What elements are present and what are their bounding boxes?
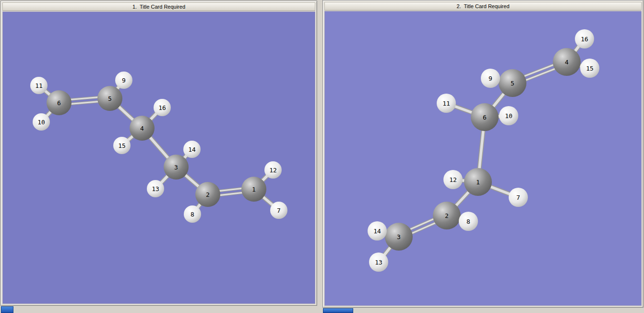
atom-label: 6 <box>483 114 487 120</box>
atom-label: 4 <box>565 59 569 65</box>
background-window-titlebar-fragment-2[interactable] <box>323 308 353 313</box>
atom-H7[interactable]: 7 <box>509 188 528 207</box>
atom-H13[interactable]: 13 <box>369 253 388 272</box>
atom-label: 2 <box>206 192 210 198</box>
atom-C2[interactable]: 2 <box>195 182 220 207</box>
desktop: { "desktop": { "background": "#d6d2ca" }… <box>0 0 644 313</box>
atom-C5[interactable]: 5 <box>97 86 122 111</box>
atom-H7[interactable]: 7 <box>270 202 287 219</box>
atom-label: 12 <box>269 167 277 173</box>
atom-H10[interactable]: 10 <box>499 106 518 125</box>
atom-C1[interactable]: 1 <box>464 168 492 196</box>
atom-label: 12 <box>449 177 457 183</box>
atom-label: 10 <box>505 113 513 119</box>
atom-layer-2: 12345678910111213141516 <box>325 12 641 305</box>
atom-label: 8 <box>191 211 194 217</box>
molecule-window-1: 1. Title Card Required 12345678910111213… <box>0 0 317 306</box>
atom-label: 8 <box>466 218 470 225</box>
atom-H14[interactable]: 14 <box>368 221 387 241</box>
atom-label: 9 <box>489 75 492 82</box>
atom-H11[interactable]: 11 <box>437 94 456 113</box>
atom-label: 7 <box>277 207 281 214</box>
atom-C6[interactable]: 6 <box>471 103 499 131</box>
atom-H15[interactable]: 15 <box>113 137 131 154</box>
atom-C3[interactable]: 3 <box>164 155 189 180</box>
atom-label: 11 <box>442 100 450 107</box>
atom-label: 13 <box>152 186 159 192</box>
atom-label: 9 <box>122 77 126 84</box>
atom-C4[interactable]: 4 <box>553 48 581 76</box>
atom-label: 13 <box>375 259 382 265</box>
atom-C2[interactable]: 2 <box>433 202 461 229</box>
window-2-titlebar[interactable]: 2. Title Card Required <box>324 2 642 11</box>
atom-label: 5 <box>108 96 112 102</box>
atom-label: 15 <box>118 143 126 149</box>
atom-H12[interactable]: 12 <box>443 170 463 189</box>
atom-H14[interactable]: 14 <box>183 141 201 158</box>
atom-H16[interactable]: 16 <box>154 99 171 116</box>
atom-label: 14 <box>188 146 196 153</box>
atom-H9[interactable]: 9 <box>481 69 500 88</box>
atom-H12[interactable]: 12 <box>264 161 282 179</box>
atom-H15[interactable]: 15 <box>580 59 599 78</box>
atom-H9[interactable]: 9 <box>115 72 132 89</box>
atom-H11[interactable]: 11 <box>30 77 48 94</box>
atom-label: 6 <box>57 100 61 106</box>
molecule-viewport-2[interactable]: 12345678910111213141516 <box>324 11 642 306</box>
atom-C1[interactable]: 1 <box>241 177 266 202</box>
molecule-viewport-1[interactable]: 12345678910111213141516 <box>2 12 315 304</box>
molecule-window-2: 2. Title Card Required 12345678910111213… <box>322 0 644 308</box>
atom-label: 15 <box>586 65 594 72</box>
atom-label: 5 <box>511 80 514 86</box>
atom-label: 16 <box>158 105 166 111</box>
atom-C3[interactable]: 3 <box>385 223 413 251</box>
atom-label: 14 <box>373 228 381 234</box>
atom-label: 7 <box>516 194 520 201</box>
window-1-titlebar[interactable]: 1. Title Card Required <box>2 2 315 11</box>
atom-H8[interactable]: 8 <box>459 212 478 231</box>
atom-H13[interactable]: 13 <box>147 180 164 197</box>
background-window-titlebar-fragment-1[interactable] <box>1 306 13 313</box>
atom-layer-1: 12345678910111213141516 <box>3 12 315 303</box>
atom-label: 10 <box>37 119 45 125</box>
window-2-title: 2. Title Card Required <box>456 3 509 9</box>
atom-C4[interactable]: 4 <box>130 116 155 141</box>
atom-label: 4 <box>140 125 144 132</box>
window-1-title: 1. Title Card Required <box>132 4 185 10</box>
atom-label: 16 <box>581 36 588 42</box>
atom-H10[interactable]: 10 <box>33 113 50 131</box>
atom-C6[interactable]: 6 <box>47 90 72 115</box>
atom-label: 3 <box>174 164 178 170</box>
atom-label: 11 <box>35 83 43 89</box>
atom-label: 1 <box>252 186 256 193</box>
atom-H8[interactable]: 8 <box>184 205 201 223</box>
atom-C5[interactable]: 5 <box>499 69 526 97</box>
atom-label: 3 <box>397 234 401 240</box>
atom-H16[interactable]: 16 <box>575 29 594 48</box>
atom-label: 2 <box>445 213 449 219</box>
atom-label: 1 <box>476 179 480 185</box>
